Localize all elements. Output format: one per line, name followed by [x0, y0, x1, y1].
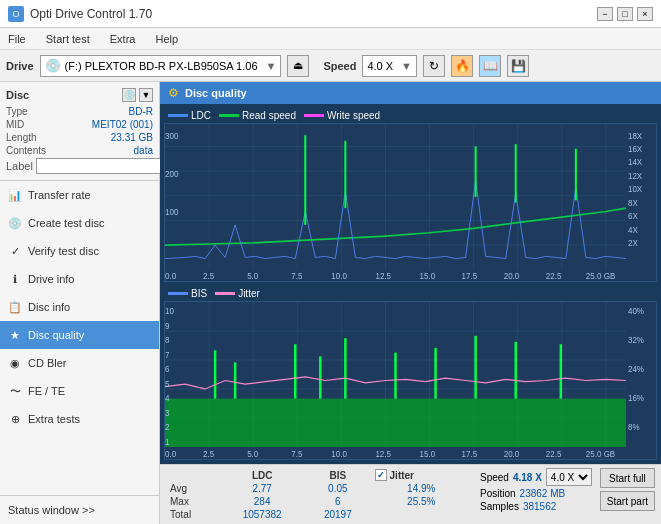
close-button[interactable]: ×	[637, 7, 653, 21]
sidebar-label-create-test-disc: Create test disc	[28, 217, 104, 229]
disc-contents-field: Contents data	[6, 145, 153, 156]
svg-text:100: 100	[165, 206, 179, 217]
svg-rect-0	[165, 124, 656, 281]
menu-help[interactable]: Help	[151, 31, 182, 47]
ldc-max-value: 284	[219, 495, 305, 508]
col-jitter-section: ✓ Jitter	[371, 468, 472, 482]
svg-text:10: 10	[165, 305, 174, 316]
svg-text:6X: 6X	[628, 211, 638, 222]
sidebar-item-fe-te[interactable]: 〜 FE / TE	[0, 377, 159, 405]
bottom-chart: 40% 32% 24% 16% 8% 10 9 8 7 6 5 4 3 2	[164, 301, 657, 460]
sidebar-label-cd-bler: CD Bler	[28, 357, 67, 369]
status-window-button[interactable]: Status window >>	[0, 496, 159, 524]
legend-write: Write speed	[304, 110, 380, 121]
speed-dropdown-arrow: ▼	[401, 60, 412, 72]
speed-position-panel: Speed 4.18 X 4.0 X Position 23862 MB Sam…	[480, 468, 592, 512]
legend-jitter-label: Jitter	[238, 288, 260, 299]
jitter-checkbox[interactable]: ✓	[375, 469, 387, 481]
sidebar: Disc 💿 ▼ Type BD-R MID MEIT02 (001) Leng…	[0, 82, 160, 524]
cd-bler-icon: ◉	[8, 356, 22, 370]
verify-test-disc-icon: ✓	[8, 244, 22, 258]
speed-value: 4.0 X	[367, 60, 393, 72]
drive-name: (F:) PLEXTOR BD-R PX-LB950SA 1.06	[65, 60, 258, 72]
maximize-button[interactable]: □	[617, 7, 633, 21]
svg-text:6: 6	[165, 363, 170, 374]
samples-value: 381562	[523, 501, 556, 512]
disc-icon-btn[interactable]: 💿	[122, 88, 136, 102]
speed-label: Speed	[480, 472, 509, 483]
legend-ldc-color	[168, 114, 188, 117]
svg-text:32%: 32%	[628, 334, 644, 345]
svg-text:17.5: 17.5	[462, 270, 478, 281]
bis-avg-value: 0.05	[305, 482, 370, 495]
sidebar-item-transfer-rate[interactable]: 📊 Transfer rate	[0, 181, 159, 209]
content-area: ⚙ Disc quality LDC Read speed	[160, 82, 661, 524]
sidebar-item-drive-info[interactable]: ℹ Drive info	[0, 265, 159, 293]
speed-selector[interactable]: 4.0 X ▼	[362, 55, 417, 77]
jitter-max-value: 25.5%	[371, 495, 472, 508]
ldc-total-value: 1057382	[219, 508, 305, 521]
speed-label: Speed	[323, 60, 356, 72]
top-chart-area: LDC Read speed Write speed	[164, 108, 657, 282]
svg-text:7.5: 7.5	[291, 448, 302, 459]
start-full-button[interactable]: Start full	[600, 468, 655, 488]
samples-label: Samples	[480, 501, 519, 512]
sidebar-label-drive-info: Drive info	[28, 273, 74, 285]
disc-arrow-btn[interactable]: ▼	[139, 88, 153, 102]
position-label: Position	[480, 488, 516, 499]
menu-extra[interactable]: Extra	[106, 31, 140, 47]
disc-type-field: Type BD-R	[6, 106, 153, 117]
app-icon: O	[8, 6, 24, 22]
read-button[interactable]: 📖	[479, 55, 501, 77]
disc-label-input[interactable]	[36, 158, 169, 174]
legend-read-color	[219, 114, 239, 117]
position-value: 23862 MB	[520, 488, 566, 499]
sidebar-item-cd-bler[interactable]: ◉ CD Bler	[0, 349, 159, 377]
svg-text:16%: 16%	[628, 392, 644, 403]
svg-text:12.5: 12.5	[375, 270, 391, 281]
menubar: File Start test Extra Help	[0, 28, 661, 50]
eject-button[interactable]: ⏏	[287, 55, 309, 77]
drive-selector[interactable]: 💿 (F:) PLEXTOR BD-R PX-LB950SA 1.06 ▼	[40, 55, 282, 77]
transfer-rate-icon: 📊	[8, 188, 22, 202]
save-button[interactable]: 💾	[507, 55, 529, 77]
bottom-chart-svg: 40% 32% 24% 16% 8% 10 9 8 7 6 5 4 3 2	[165, 302, 656, 459]
drive-dropdown-arrow: ▼	[266, 60, 277, 72]
disc-quality-icon: ★	[8, 328, 22, 342]
legend-write-color	[304, 114, 324, 117]
drive-icon: 💿	[45, 58, 61, 73]
legend-jitter-color	[215, 292, 235, 295]
svg-text:9: 9	[165, 320, 170, 331]
sidebar-item-create-test-disc[interactable]: 💿 Create test disc	[0, 209, 159, 237]
speed-select[interactable]: 4.0 X	[546, 468, 592, 486]
svg-text:8%: 8%	[628, 421, 640, 432]
svg-text:17.5: 17.5	[462, 448, 478, 459]
stats-row-max: Max 284 6 25.5%	[166, 495, 472, 508]
disc-label-row: Label 🔍	[6, 158, 153, 174]
sidebar-item-verify-test-disc[interactable]: ✓ Verify test disc	[0, 237, 159, 265]
charts-container: LDC Read speed Write speed	[160, 104, 661, 464]
disc-info-icon: 📋	[8, 300, 22, 314]
sidebar-item-extra-tests[interactable]: ⊕ Extra tests	[0, 405, 159, 433]
sidebar-item-disc-quality[interactable]: ★ Disc quality	[0, 321, 159, 349]
samples-row: Samples 381562	[480, 501, 592, 512]
stats-row-avg: Avg 2.77 0.05 14.9%	[166, 482, 472, 495]
col-ldc-header: LDC	[219, 468, 305, 482]
burn-button[interactable]: 🔥	[451, 55, 473, 77]
start-part-button[interactable]: Start part	[600, 491, 655, 511]
menu-file[interactable]: File	[4, 31, 30, 47]
sidebar-nav: 📊 Transfer rate 💿 Create test disc ✓ Ver…	[0, 181, 159, 495]
sidebar-item-disc-info[interactable]: 📋 Disc info	[0, 293, 159, 321]
svg-text:0.0: 0.0	[165, 270, 176, 281]
main-area: Disc 💿 ▼ Type BD-R MID MEIT02 (001) Leng…	[0, 82, 661, 524]
legend-bis-label: BIS	[191, 288, 207, 299]
svg-text:24%: 24%	[628, 363, 644, 374]
menu-start-test[interactable]: Start test	[42, 31, 94, 47]
disc-type-label: Type	[6, 106, 28, 117]
svg-text:5.0: 5.0	[247, 448, 258, 459]
svg-text:2.5: 2.5	[203, 270, 214, 281]
refresh-button[interactable]: ↻	[423, 55, 445, 77]
minimize-button[interactable]: −	[597, 7, 613, 21]
svg-text:8: 8	[165, 334, 170, 345]
svg-text:18X: 18X	[628, 130, 643, 141]
